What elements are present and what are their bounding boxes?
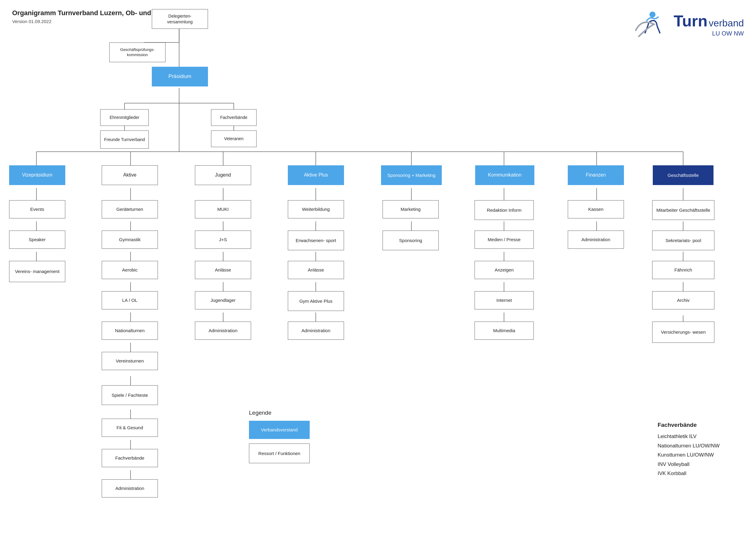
logo-icon bbox=[630, 9, 669, 39]
node-la-ol: LA / OL bbox=[102, 291, 158, 309]
node-geschaeftspruefungskommission: Geschäftsprüfungs- kommission bbox=[109, 42, 166, 62]
node-anzeigen: Anzeigen bbox=[474, 261, 534, 279]
node-jugendlager: Jugendlager bbox=[195, 291, 251, 309]
page: Organigramm Turnverband Luzern, Ob- und … bbox=[0, 0, 756, 533]
logo-verband: verband bbox=[709, 17, 744, 29]
legend-section: Legende Verbandsvorstand Ressort / Funkt… bbox=[249, 410, 310, 463]
logo-sub: LU OW NW bbox=[674, 30, 744, 37]
node-vizepraesidium: Vizepräsidium bbox=[9, 165, 65, 185]
logo-text-group: Turn verband LU OW NW bbox=[674, 12, 744, 37]
node-jps: J+S bbox=[195, 231, 251, 249]
legend-verbandsvorstand: Verbandsvorstand bbox=[249, 421, 310, 439]
node-delegiertenversammlung: Delegierten- versammlung bbox=[152, 9, 208, 29]
node-vereinsmanagement: Vereins- management bbox=[9, 261, 65, 282]
node-anlaesse-jugend: Anlässe bbox=[195, 261, 251, 279]
node-praesidium: Präsidium bbox=[152, 67, 208, 87]
node-administration-jugend: Administration bbox=[195, 321, 251, 340]
fachverbaende-item-3: Kunstturnen LU/OW/NW bbox=[658, 450, 719, 460]
node-veteranen: Veteranen bbox=[211, 130, 256, 147]
logo-main: Turn verband bbox=[674, 12, 744, 30]
node-sekretariatspool: Sekretariats- pool bbox=[652, 231, 715, 250]
fachverbaende-section: Fachverbände Leichtathletik ILV National… bbox=[658, 422, 719, 478]
node-speaker: Speaker bbox=[9, 231, 65, 249]
node-faehnrich: Fähnrich bbox=[652, 261, 715, 279]
node-events: Events bbox=[9, 200, 65, 218]
node-aktive: Aktive bbox=[102, 165, 158, 185]
node-administration-aktive: Administration bbox=[102, 479, 158, 497]
node-nationalturnen: Nationalturnen bbox=[102, 321, 158, 340]
node-administration-finanzen: Administration bbox=[568, 231, 624, 249]
node-aktive-plus: Aktive Plus bbox=[288, 165, 344, 185]
node-fachverbaende-box: Fachverbände bbox=[211, 109, 256, 126]
node-vereinsturnen: Vereinsturnen bbox=[102, 352, 158, 370]
node-finanzen: Finanzen bbox=[568, 165, 624, 185]
svg-point-0 bbox=[649, 12, 656, 17]
node-medien-presse: Medien / Presse bbox=[474, 231, 534, 249]
node-weiterbildung: Weiterbildung bbox=[288, 200, 344, 218]
fachverbaende-list: Leichtathletik ILV Nationalturnen LU/OW/… bbox=[658, 432, 719, 478]
node-kassen: Kassen bbox=[568, 200, 624, 218]
node-fachverbaende-aktive: Fachverbände bbox=[102, 449, 158, 467]
fachverbaende-title: Fachverbände bbox=[658, 422, 719, 428]
node-versicherungswesen: Versicherungs- wesen bbox=[652, 321, 715, 343]
node-archiv: Archiv bbox=[652, 291, 715, 309]
legend-ressort-funktionen: Ressort / Funktionen bbox=[249, 444, 310, 463]
node-sponsoring: Sponsoring bbox=[383, 231, 439, 250]
node-jugend: Jugend bbox=[195, 165, 251, 185]
logo: Turn verband LU OW NW bbox=[630, 9, 744, 39]
node-internet: Internet bbox=[474, 291, 534, 309]
node-erwachsenensport: Erwachsenen- sport bbox=[288, 231, 344, 250]
node-gym-aktive-plus: Gym Aktive Plus bbox=[288, 291, 344, 311]
node-marketing: Marketing bbox=[383, 200, 439, 218]
node-fit-gesund: Fit & Gesund bbox=[102, 419, 158, 437]
node-gymnastik: Gymnastik bbox=[102, 231, 158, 249]
node-kommunikation: Kommunikation bbox=[475, 165, 534, 185]
node-redaktion-inform: Redaktion Inform bbox=[474, 200, 534, 220]
fachverbaende-item-2: Nationalturnen LU/OW/NW bbox=[658, 442, 719, 451]
node-ehrenmitglieder: Ehrenmitglieder bbox=[100, 109, 149, 126]
node-sponsoring-marketing: Sponsoring + Marketing bbox=[381, 165, 442, 185]
fachverbaende-item-4: INV Volleyball bbox=[658, 460, 719, 469]
node-freunde-turnverband: Freunde Turnverband bbox=[100, 130, 149, 149]
node-administration-aktiveplus: Administration bbox=[288, 321, 344, 340]
node-aerobic: Aerobic bbox=[102, 261, 158, 279]
node-mitarbeiter-geschaeftsstelle: Mitarbeiter Geschäftsstelle bbox=[652, 200, 715, 220]
node-geschaeftsstelle: Geschäftsstelle bbox=[653, 165, 714, 185]
logo-turn: Turn bbox=[674, 12, 708, 30]
node-multimedia: Multimedia bbox=[474, 321, 534, 340]
node-spiele-fachteste: Spiele / Fachteste bbox=[102, 385, 158, 405]
legend-title: Legende bbox=[249, 410, 310, 416]
node-muki: MUKI bbox=[195, 200, 251, 218]
fachverbaende-item-5: IVK Korbball bbox=[658, 469, 719, 478]
node-anlaesse-aktiveplus: Anlässe bbox=[288, 261, 344, 279]
fachverbaende-item-1: Leichtathletik ILV bbox=[658, 432, 719, 442]
node-geraeteturnen: Geräteturnen bbox=[102, 200, 158, 218]
